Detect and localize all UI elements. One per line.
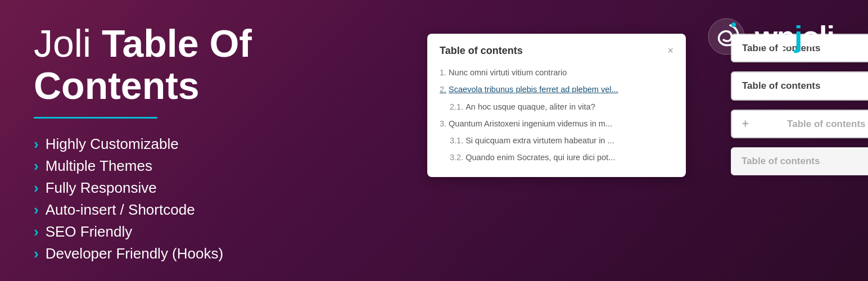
theme-variant-3[interactable]: +Table of contents <box>731 110 868 138</box>
feature-list: ›Highly Customizable›Multiple Themes›Ful… <box>34 135 382 262</box>
toc-item[interactable]: 1.Nunc omni virtuti vitium contrario <box>440 65 673 80</box>
toc-item[interactable]: 3.Quantum Aristoxeni ingenium videmus in… <box>440 116 673 132</box>
toc-items-list: 1.Nunc omni virtuti vitium contrario2.Sc… <box>440 65 673 166</box>
toc-item-link[interactable]: 3.Quantum Aristoxeni ingenium videmus in… <box>440 119 612 128</box>
feature-item: ›Highly Customizable <box>34 135 382 153</box>
logo-wp: wp <box>755 20 794 53</box>
theme-variant-label: Table of contents <box>742 156 820 167</box>
toc-item[interactable]: 2.Scaevola tribunus plebis ferret ad ple… <box>440 81 673 97</box>
feature-chevron-icon: › <box>34 137 39 151</box>
toc-item[interactable]: 3.2.Quando enim Socrates, qui iure dici … <box>440 149 673 165</box>
feature-label: SEO Friendly <box>46 223 133 241</box>
toc-item[interactable]: 3.1.Si quicquam extra virtutem habeatur … <box>440 133 673 148</box>
feature-label: Highly Customizable <box>46 135 179 153</box>
feature-chevron-icon: › <box>34 246 39 261</box>
svg-point-1 <box>731 22 736 27</box>
toc-item-num: 2.1. <box>450 102 463 111</box>
feature-item: ›SEO Friendly <box>34 223 382 241</box>
logo-text: wpjoli <box>755 20 834 53</box>
feature-label: Auto-insert / Shortcode <box>46 201 195 219</box>
toc-item[interactable]: 2.1.An hoc usque quaque, aliter in vita? <box>440 99 673 115</box>
toc-item-link[interactable]: 2.1.An hoc usque quaque, aliter in vita? <box>450 102 595 111</box>
toc-item-num: 3. <box>440 119 446 128</box>
toc-item-link[interactable]: 1.Nunc omni virtuti vitium contrario <box>440 68 567 77</box>
feature-chevron-icon: › <box>34 180 39 195</box>
feature-item: ›Auto-insert / Shortcode <box>34 201 382 219</box>
toc-item-link[interactable]: 3.2.Quando enim Socrates, qui iure dici … <box>450 153 615 162</box>
theme-variant-4[interactable]: Table of contents⌄ <box>731 147 868 175</box>
toc-item-link[interactable]: 2.Scaevola tribunus plebis ferret ad ple… <box>440 85 618 94</box>
theme-variant-label: Table of contents <box>787 119 865 130</box>
plus-icon: + <box>742 117 749 130</box>
toc-widget-header: Table of contents × <box>440 45 673 57</box>
toc-widget-title: Table of contents <box>440 45 523 57</box>
feature-item: ›Multiple Themes <box>34 157 382 175</box>
toc-item-link[interactable]: 3.1.Si quicquam extra virtutem habeatur … <box>450 136 614 145</box>
main-title: Joli Table Of Contents <box>34 22 382 107</box>
banner: Joli Table Of Contents ›Highly Customiza… <box>0 0 868 281</box>
wpjoli-logo-icon <box>707 17 746 56</box>
title-underline <box>34 117 157 119</box>
toc-widget: Table of contents × 1.Nunc omni virtuti … <box>427 34 686 177</box>
feature-label: Fully Responsive <box>46 179 157 197</box>
toc-close-button[interactable]: × <box>667 45 673 57</box>
middle-section: Table of contents × 1.Nunc omni virtuti … <box>427 34 708 177</box>
left-section: Joli Table Of Contents ›Highly Customiza… <box>34 22 382 262</box>
logo-section: wpjoli <box>707 17 834 56</box>
theme-variant-label: Table of contents <box>742 80 820 92</box>
feature-item: ›Developer Friendly (Hooks) <box>34 245 382 262</box>
feature-chevron-icon: › <box>34 202 39 217</box>
feature-label: Developer Friendly (Hooks) <box>46 245 223 262</box>
toc-item-num: 2. <box>440 85 446 94</box>
toc-item-num: 3.2. <box>450 153 463 162</box>
toc-item-num: 1. <box>440 68 446 77</box>
logo-oli: oli <box>802 20 834 53</box>
logo-dot: j <box>794 20 802 53</box>
feature-chevron-icon: › <box>34 224 39 239</box>
toc-item-num: 3.1. <box>450 136 463 145</box>
feature-label: Multiple Themes <box>46 157 152 175</box>
theme-variant-2[interactable]: Table of contents▾ <box>731 71 868 101</box>
feature-chevron-icon: › <box>34 158 39 173</box>
feature-item: ›Fully Responsive <box>34 179 382 197</box>
title-light: Joli <box>34 22 102 65</box>
